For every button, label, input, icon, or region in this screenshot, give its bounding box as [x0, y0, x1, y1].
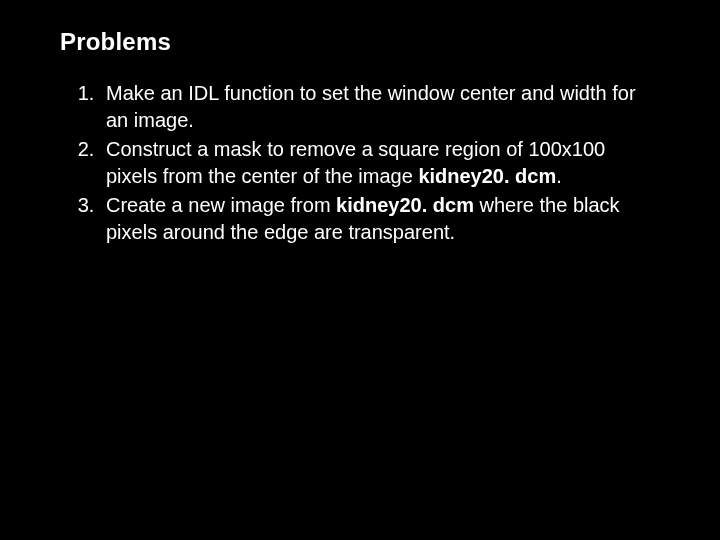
- problem-item-3: Create a new image from kidney20. dcm wh…: [100, 192, 660, 246]
- problem-3-filename: kidney20. dcm: [336, 194, 474, 216]
- slide: Problems Make an IDL function to set the…: [0, 0, 720, 540]
- problem-2-text-c: .: [556, 165, 562, 187]
- problem-3-text-a: Create a new image from: [106, 194, 336, 216]
- problem-1-text: Make an IDL function to set the window c…: [106, 82, 636, 131]
- problem-2-filename: kidney20. dcm: [418, 165, 556, 187]
- problems-list: Make an IDL function to set the window c…: [60, 80, 660, 246]
- slide-title: Problems: [60, 28, 660, 56]
- problem-item-2: Construct a mask to remove a square regi…: [100, 136, 660, 190]
- problem-item-1: Make an IDL function to set the window c…: [100, 80, 660, 134]
